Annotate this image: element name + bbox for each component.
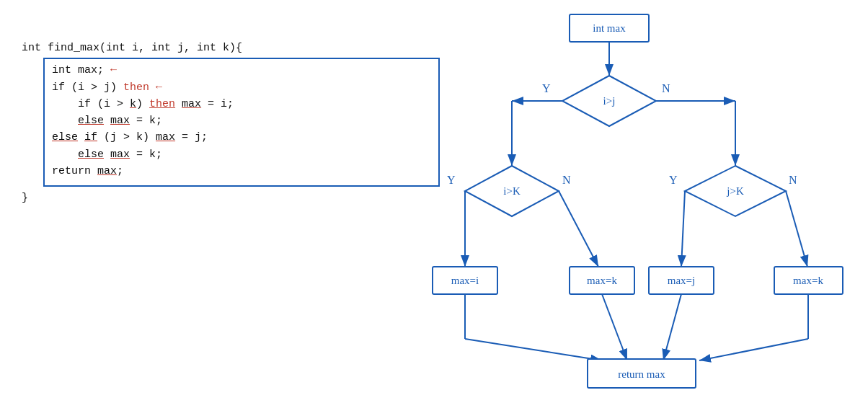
code-line-6: else max = k;	[52, 146, 431, 163]
svg-line-21	[663, 294, 681, 360]
svg-line-19	[465, 339, 602, 360]
code-line-5: else if (j > k) max = j;	[52, 129, 431, 146]
code-section: int find_max(int i, int j, int k){ int m…	[22, 40, 440, 206]
code-signature: int find_max(int i, int j, int k){	[22, 40, 440, 56]
code-line-4: else max = k;	[52, 112, 431, 129]
code-closing: }	[22, 190, 440, 206]
diamond-ik: i>K	[503, 185, 521, 197]
code-line-3: if (i > k) then max = i;	[52, 96, 431, 112]
code-line-2: if (i > j) then ←	[52, 79, 431, 96]
code-line-1: int max; ←	[52, 62, 431, 79]
label-y-d2r: Y	[669, 174, 678, 186]
svg-line-13	[786, 191, 807, 267]
box-max-i: max=i	[451, 275, 479, 286]
label-n-d2l: N	[562, 174, 571, 186]
flowchart-section: text { font-family: 'Segoe Script', 'Com…	[425, 7, 858, 397]
start-node: int max	[593, 22, 626, 34]
code-line-7: return max;	[52, 163, 431, 180]
code-box: int max; ← if (i > j) then ← if (i > k) …	[43, 58, 440, 187]
box-max-j: max=j	[668, 275, 695, 286]
svg-line-11	[559, 191, 598, 267]
box-max-k-right: max=k	[793, 275, 823, 286]
label-n-d1: N	[662, 82, 670, 94]
diamond-jk: j>K	[726, 185, 744, 197]
label-n-d2r: N	[789, 174, 797, 186]
label-y-d1: Y	[542, 82, 551, 94]
label-y-d2l: Y	[447, 174, 456, 186]
svg-line-12	[681, 191, 685, 267]
svg-line-23	[699, 339, 808, 360]
diamond-ij: i>j	[603, 95, 616, 107]
box-return-max: return max	[618, 368, 665, 380]
svg-line-20	[602, 294, 627, 360]
box-max-k-left: max=k	[587, 275, 617, 286]
